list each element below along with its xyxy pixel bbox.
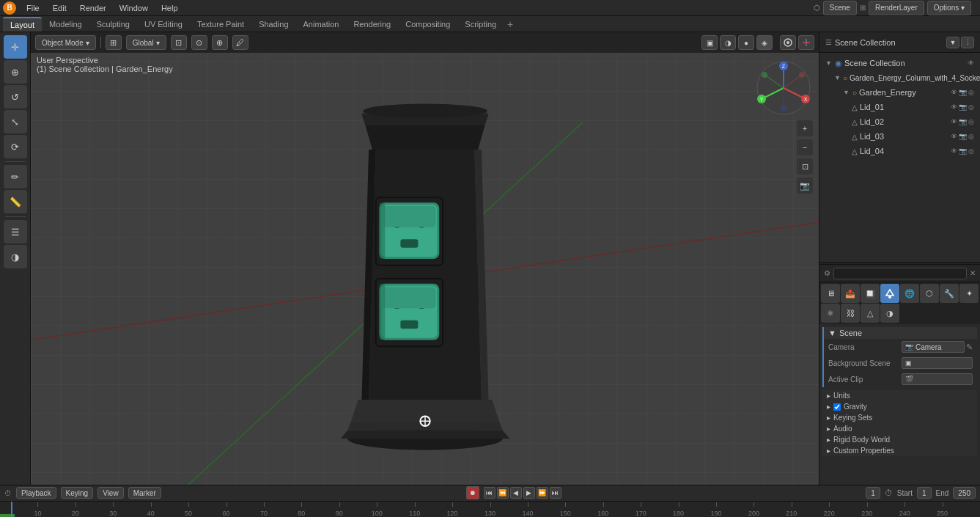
scene-section-header[interactable]: ▼ Scene bbox=[824, 327, 977, 339]
rigid-body-section[interactable]: ▸ Rigid Body World bbox=[822, 434, 977, 445]
vis-eye-3[interactable]: 👁 bbox=[951, 89, 957, 96]
rendered-shading-btn[interactable]: ◈ bbox=[756, 35, 773, 50]
tab-modeling[interactable]: Modeling bbox=[42, 17, 89, 32]
data-props-icon[interactable]: △ bbox=[861, 304, 880, 323]
record-btn[interactable]: ⏺ bbox=[466, 486, 479, 499]
scene-props-icon[interactable] bbox=[880, 284, 899, 303]
gravity-section[interactable]: ▸ Gravity bbox=[822, 401, 977, 412]
object-mode-btn[interactable]: Object Mode ▾ bbox=[35, 35, 96, 50]
proportional-edit-btn[interactable]: ⊙ bbox=[191, 35, 207, 50]
scene-selector[interactable]: Scene bbox=[823, 1, 857, 15]
collection-item-garden-energy[interactable]: ▼ ○ Garden_Energy 👁 📷 ◎ bbox=[840, 85, 977, 100]
end-frame-display[interactable]: 250 bbox=[953, 487, 976, 499]
menu-file[interactable]: File bbox=[21, 2, 45, 14]
bg-scene-value[interactable]: ▣ bbox=[902, 357, 973, 369]
play-forward-btn[interactable]: ▶ bbox=[523, 487, 535, 499]
vis-cam-lid02[interactable]: 📷 bbox=[959, 118, 967, 125]
keying-sets-section[interactable]: ▸ Keying Sets bbox=[822, 412, 977, 423]
units-section[interactable]: ▸ Units bbox=[822, 390, 977, 401]
jump-start-btn[interactable]: ⏮ bbox=[484, 487, 495, 499]
menu-help[interactable]: Help bbox=[155, 2, 184, 14]
collection-item-scene-collection[interactable]: ▼ ◉ Scene Collection 👁 bbox=[822, 56, 977, 70]
tool-scale[interactable]: ⤡ bbox=[4, 110, 27, 133]
tab-compositing[interactable]: Compositing bbox=[398, 17, 457, 32]
tool-transform[interactable]: ⟳ bbox=[4, 135, 27, 158]
camera-view-icon[interactable]: 📷 bbox=[797, 177, 813, 194]
3d-viewport[interactable]: Object Mode ▾ ⊞ Global ▾ ⊡ ⊙ ⊕ 🖊 ▣ ◑ ● ◈ bbox=[31, 32, 819, 485]
keying-btn[interactable]: Keying bbox=[61, 487, 94, 499]
vis-ren-lid03[interactable]: ◎ bbox=[968, 133, 974, 140]
global-transform-btn[interactable]: Global ▾ bbox=[126, 35, 166, 50]
modifier-props-icon[interactable]: 🔧 bbox=[940, 284, 959, 303]
wireframe-shading-btn[interactable]: ▣ bbox=[701, 35, 718, 50]
menu-render[interactable]: Render bbox=[74, 2, 112, 14]
vis-eye-lid01[interactable]: 👁 bbox=[951, 103, 957, 111]
vis-cam-3[interactable]: 📷 bbox=[959, 89, 967, 96]
collection-item-lid01[interactable]: △ Lid_01 👁 📷 ◎ bbox=[849, 100, 977, 114]
render-props-icon[interactable]: 🖥 bbox=[821, 284, 840, 303]
timeline-ruler[interactable]: 1020304050607080901001101201301401501601… bbox=[0, 502, 980, 517]
marker-btn[interactable]: Marker bbox=[128, 487, 161, 499]
zoom-fit-icon[interactable]: ⊡ bbox=[797, 158, 813, 175]
collection-item-garden-column[interactable]: ▼ ○ Garden_Energy_Column_with_4_Socket 👁… bbox=[831, 70, 977, 85]
vis-eye-lid04[interactable]: 👁 bbox=[951, 147, 957, 155]
overlays-btn[interactable] bbox=[780, 35, 796, 50]
tab-rendering[interactable]: Rendering bbox=[346, 17, 398, 32]
gizmos-btn[interactable] bbox=[798, 35, 814, 50]
tab-uv-editing[interactable]: UV Editing bbox=[137, 17, 190, 32]
material-props-icon[interactable]: ◑ bbox=[880, 304, 899, 323]
custom-props-section[interactable]: ▸ Custom Properties bbox=[822, 445, 977, 456]
vis-eye-lid03[interactable]: 👁 bbox=[951, 133, 957, 140]
vis-cam-lid04[interactable]: 📷 bbox=[959, 147, 967, 155]
vis-cam-lid03[interactable]: 📷 bbox=[959, 133, 967, 140]
snap-toggle-btn[interactable]: ⊡ bbox=[171, 35, 187, 50]
current-frame-display[interactable]: 1 bbox=[866, 487, 880, 499]
zoom-in-icon[interactable]: + bbox=[797, 120, 813, 136]
tool-measure[interactable]: 📏 bbox=[4, 190, 27, 213]
audio-section[interactable]: ▸ Audio bbox=[822, 423, 977, 434]
material-shading-btn[interactable]: ● bbox=[738, 35, 754, 50]
vis-ren-lid01[interactable]: ◎ bbox=[968, 103, 974, 111]
tool-shade[interactable]: ◑ bbox=[4, 245, 27, 268]
menu-window[interactable]: Window bbox=[114, 2, 154, 14]
options-btn[interactable]: Options ▾ bbox=[927, 1, 971, 15]
particles-props-icon[interactable]: ✦ bbox=[959, 284, 979, 303]
menu-edit[interactable]: Edit bbox=[47, 2, 73, 14]
add-workspace-btn[interactable]: + bbox=[504, 18, 517, 31]
tool-annotate[interactable]: ✏ bbox=[4, 165, 27, 188]
tool-rotate[interactable]: ↺ bbox=[4, 85, 27, 109]
object-props-icon[interactable]: ⬡ bbox=[920, 284, 939, 303]
tab-animation[interactable]: Animation bbox=[296, 17, 347, 32]
vis-eye-lid02[interactable]: 👁 bbox=[951, 118, 957, 125]
play-back-btn[interactable]: ◀ bbox=[510, 487, 522, 499]
collection-item-lid03[interactable]: △ Lid_03 👁 📷 ◎ bbox=[849, 129, 977, 144]
active-clip-value[interactable]: 🎬 bbox=[902, 373, 973, 385]
tab-shading[interactable]: Shading bbox=[251, 17, 295, 32]
tool-add[interactable]: ☰ bbox=[4, 220, 27, 243]
view-layer-props-icon[interactable]: 🔲 bbox=[861, 284, 880, 303]
physics-props-icon[interactable]: ⚛ bbox=[821, 304, 840, 323]
view-btn[interactable]: View bbox=[97, 487, 124, 499]
visibility-eye-icon[interactable]: 👁 bbox=[968, 59, 974, 67]
playback-btn[interactable]: Playback bbox=[16, 487, 56, 499]
outliner-filter-btn[interactable]: ▼ bbox=[946, 37, 959, 48]
tool-cursor[interactable]: ✛ bbox=[4, 35, 27, 59]
zoom-out-icon[interactable]: − bbox=[797, 139, 813, 155]
outliner-options-btn[interactable]: ⋮ bbox=[961, 37, 974, 48]
constraints-props-icon[interactable]: ⛓ bbox=[841, 304, 860, 323]
render-layer-selector[interactable]: RenderLayer bbox=[869, 1, 924, 15]
transform-pivot-btn[interactable]: ⊕ bbox=[212, 35, 228, 50]
tab-layout[interactable]: Layout bbox=[3, 17, 42, 32]
collection-item-lid04[interactable]: △ Lid_04 👁 📷 ◎ bbox=[849, 144, 977, 158]
annotations-btn[interactable]: 🖊 bbox=[232, 35, 248, 50]
tab-sculpting[interactable]: Sculpting bbox=[89, 17, 137, 32]
properties-close-icon[interactable]: ✕ bbox=[970, 269, 976, 277]
output-props-icon[interactable]: 📤 bbox=[841, 284, 860, 303]
vis-cam-lid01[interactable]: 📷 bbox=[959, 103, 967, 111]
world-props-icon[interactable]: 🌐 bbox=[900, 284, 919, 303]
gravity-checkbox[interactable] bbox=[833, 403, 841, 411]
camera-value[interactable]: 📷 Camera bbox=[902, 341, 965, 353]
jump-end-btn[interactable]: ⏭ bbox=[550, 487, 561, 499]
vis-ren-lid02[interactable]: ◎ bbox=[968, 118, 974, 125]
tab-texture-paint[interactable]: Texture Paint bbox=[190, 17, 251, 32]
